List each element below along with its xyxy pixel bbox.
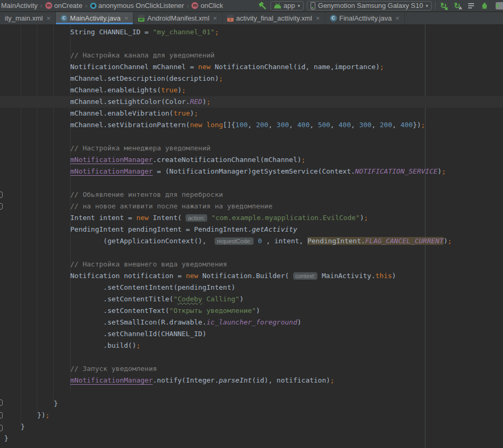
code-token: this — [375, 272, 392, 280]
restart-activity-icon[interactable]: ↻ — [439, 1, 448, 11]
debug-icon[interactable] — [480, 1, 489, 11]
code-line[interactable]: } — [0, 421, 503, 433]
code-line[interactable]: .setContentText("Открыть уведомление") — [0, 305, 503, 317]
code-line[interactable]: .setContentTitle("Codeby Calling") — [0, 293, 503, 305]
device-select[interactable]: Genymotion Samsung Galaxy S10 ▾ — [307, 1, 432, 11]
tab-finalacttivity-java[interactable]: C FinalActtivity.java × — [325, 12, 405, 24]
breadcrumb-label: onClick — [200, 2, 223, 9]
tab-androidmanifest-xml[interactable]: MF AndroidManifest.xml × — [133, 12, 222, 24]
navigation-bar: MainActivity › m onCreate › anonymous On… — [0, 0, 503, 12]
breadcrumb-item-class[interactable]: MainActivity — [1, 2, 37, 9]
code-token: ; — [215, 28, 219, 36]
code-token: ; — [219, 74, 223, 82]
code-line[interactable] — [0, 38, 503, 50]
code-line[interactable]: // Обьявление интентов для переброски — [0, 189, 503, 201]
code-token: 400 — [338, 121, 351, 129]
code-token: 400 — [400, 121, 412, 129]
chevron-down-icon: ▾ — [425, 3, 428, 8]
code-token: } — [4, 399, 58, 407]
java-class-icon: C — [61, 15, 67, 22]
profile-icon[interactable] — [494, 1, 503, 11]
code-editor[interactable]: String CHANNEL_ID = "my_channel_01"; // … — [0, 24, 503, 448]
code-token: PendingIntent pendingIntent = PendingInt… — [4, 225, 252, 233]
code-token: (getApplicationContext(), — [4, 237, 215, 245]
chevron-right-icon: › — [40, 2, 43, 9]
apply-code-changes-icon[interactable]: ↻ A — [452, 1, 462, 11]
code-line[interactable]: mChannel.setDescription(description); — [0, 73, 503, 84]
code-line[interactable]: mChannel.enableVibration(true); — [0, 108, 503, 119]
code-line[interactable]: } — [0, 398, 503, 409]
code-token: mChannel.setVibrationPattern( — [4, 121, 190, 129]
code-line[interactable]: // Запуск уведомления — [0, 363, 503, 375]
code-line[interactable]: NotificationChannel mChannel = new Notif… — [0, 61, 503, 73]
code-line[interactable] — [0, 351, 503, 363]
code-line[interactable]: (getApplicationContext(), requestCode: 0… — [0, 235, 503, 247]
code-token: ) — [239, 295, 244, 303]
code-token: true — [173, 109, 190, 117]
code-token: mNotificationManager — [70, 156, 153, 164]
code-token: new — [136, 214, 148, 222]
code-token: Intent intent = — [4, 214, 136, 222]
code-line[interactable]: Notification notification = new Notifica… — [0, 270, 503, 282]
breadcrumb-item-oncreate[interactable]: m onCreate — [45, 2, 82, 9]
code-line[interactable]: .setChannelId(CHANNEL_ID) — [0, 328, 503, 340]
code-line[interactable]: .setSmallIcon(R.drawable.ic_launcher_for… — [0, 317, 503, 328]
tab-label: activity_final_acttivity.xml — [236, 14, 312, 22]
code-token: String CHANNEL_ID = — [4, 28, 153, 36]
code-token — [202, 121, 207, 129]
close-icon[interactable]: × — [395, 14, 400, 22]
code-token: ) — [443, 237, 448, 245]
code-line[interactable] — [0, 247, 503, 259]
code-line[interactable]: mChannel.enableLights(true); — [0, 84, 503, 96]
code-line[interactable]: }); — [0, 409, 503, 421]
code-line[interactable]: mNotificationManager = (NotificationMana… — [0, 166, 503, 177]
code-token — [207, 214, 211, 222]
run-tasks-icon[interactable] — [466, 1, 476, 11]
code-line[interactable]: mNotificationManager.notify(Integer.pars… — [0, 375, 503, 386]
close-icon[interactable]: × — [124, 14, 129, 22]
code-line[interactable]: // Настройка менеджера уведомлений — [0, 142, 503, 154]
tab-activity-final-acttivity-xml[interactable]: ≡ activity_final_acttivity.xml × — [223, 12, 325, 24]
code-line[interactable]: } — [0, 433, 503, 444]
code-token: " — [173, 295, 178, 303]
tab-activity-main-xml[interactable]: ity_main.xml × — [0, 12, 56, 24]
breadcrumb-item-anonymous-class[interactable]: anonymous OnClickListener — [90, 2, 185, 9]
code-line[interactable]: mChannel.setVibrationPattern(new long[]{… — [0, 119, 503, 131]
close-icon[interactable]: × — [316, 14, 320, 22]
code-token: , — [268, 121, 277, 129]
code-line[interactable] — [0, 386, 503, 398]
anonymous-class-icon — [90, 3, 96, 9]
code-line[interactable]: // Настройка канала для уведомлений — [0, 50, 503, 61]
code: String CHANNEL_ID = "my_channel_01"; // … — [0, 26, 503, 444]
code-line[interactable]: .setContentIntent(pendingIntent) — [0, 282, 503, 293]
code-token: NOTIFICATION_SERVICE — [355, 167, 438, 175]
run-configuration-select[interactable]: app ▾ — [270, 1, 304, 11]
breadcrumb-item-onclick[interactable]: m onClick — [191, 2, 223, 9]
code-line[interactable]: // на новое активити после нажатия на ув… — [0, 201, 503, 212]
code-line[interactable]: // Настройка внешнего вида уведомления — [0, 259, 503, 270]
code-token: // Настройка менеджера уведомлений — [4, 144, 210, 152]
code-token: mChannel.enableLights( — [4, 86, 161, 94]
breadcrumb: MainActivity › m onCreate › anonymous On… — [0, 2, 223, 9]
code-token: .setContentTitle( — [4, 295, 173, 303]
code-line[interactable]: mNotificationManager.createNotificationC… — [0, 154, 503, 166]
code-token: .setContentText( — [4, 307, 169, 314]
build-hammer-icon[interactable] — [258, 1, 267, 11]
code-line-current[interactable]: mChannel.setLightColor(Color.RED); — [0, 96, 503, 108]
code-line[interactable]: String CHANNEL_ID = "my_channel_01"; — [0, 26, 503, 38]
code-line[interactable]: .build(); — [0, 340, 503, 351]
code-token: ; — [194, 109, 198, 117]
code-token: 500 — [318, 121, 330, 129]
code-token: mNotificationManager — [70, 167, 153, 175]
code-line[interactable] — [0, 177, 503, 189]
code-token: ; — [421, 121, 425, 129]
code-line[interactable] — [0, 131, 503, 142]
close-icon[interactable]: × — [213, 14, 217, 22]
code-token: 200 — [380, 121, 392, 129]
close-icon[interactable]: × — [46, 14, 51, 22]
code-line[interactable]: PendingIntent pendingIntent = PendingInt… — [0, 224, 503, 235]
code-token: "Открыть уведомление" — [169, 307, 256, 314]
code-line[interactable]: Intent intent = new Intent( action: "com… — [0, 212, 503, 224]
code-token: ) — [392, 272, 396, 280]
tab-mainactivity-java[interactable]: C MainActivity.java × — [56, 12, 133, 24]
